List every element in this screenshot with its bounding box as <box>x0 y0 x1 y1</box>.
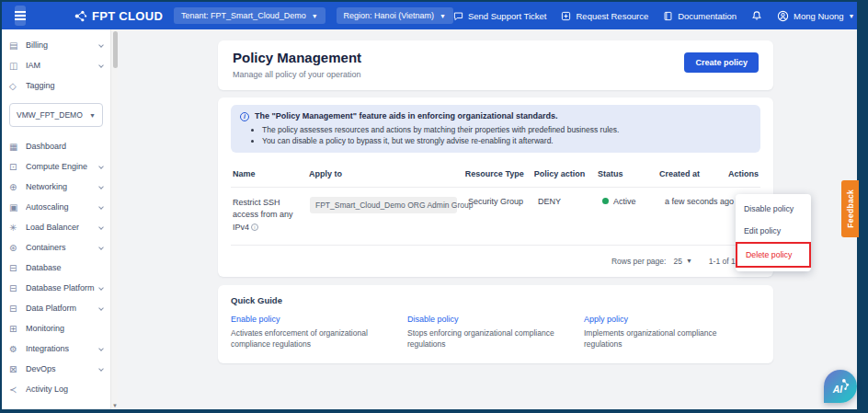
sidebar-item-containers[interactable]: ⊛Containers <box>2 237 110 258</box>
chevron-down-icon <box>98 224 104 230</box>
containers-icon: ⊛ <box>9 243 22 253</box>
enable-policy-link[interactable]: Enable policy <box>231 315 393 324</box>
database-icon: ⊟ <box>9 263 22 273</box>
policy-table-card: i The "Policy Management" feature aids i… <box>218 98 773 277</box>
documentation-book-icon <box>663 11 673 21</box>
column-header-name: Name <box>233 169 309 178</box>
column-header-actions: Actions <box>728 169 759 178</box>
networking-icon: ⊕ <box>9 182 22 192</box>
feedback-tab-label: Feedback <box>846 189 855 228</box>
status-cell: Active <box>602 197 665 206</box>
chevron-down-icon: ▼ <box>312 13 318 19</box>
sidebar-item-activity-log[interactable]: ≺Activity Log <box>2 379 110 399</box>
create-policy-button[interactable]: Create policy <box>684 52 759 73</box>
guide-entry-enable: Enable policy Activates enforcement of o… <box>231 315 407 350</box>
page-subtitle: Manage all policy of your operation <box>233 70 361 79</box>
request-resource-link[interactable]: Request Resource <box>561 11 648 21</box>
column-header-resource-type: Resource Type <box>465 169 534 178</box>
ai-molecule-icon: AI <box>830 376 851 396</box>
support-chat-icon <box>453 11 463 21</box>
region-label: Region: Hanoi (Vietnam) <box>344 11 434 20</box>
guide-entry-apply: Apply policy Implements organizational c… <box>584 315 760 350</box>
molecule-logo-icon <box>74 9 87 23</box>
menu-item-disable-policy[interactable]: Disable policy <box>736 198 811 220</box>
data-platform-icon: ⊟ <box>9 304 22 314</box>
sidebar-item-data-platform[interactable]: ⊟Data Platform <box>2 298 110 318</box>
feedback-tab[interactable]: Feedback <box>841 180 859 237</box>
chevron-down-icon <box>98 305 104 311</box>
sidebar-item-database-platform[interactable]: ⊟Database Platform <box>2 278 110 298</box>
policy-name-cell: Restrict SSH access from any IPv4i <box>233 197 310 235</box>
chevron-down-icon: ▼ <box>89 112 96 119</box>
logo-text: FPT CLOUD <box>92 9 163 23</box>
sidebar-scrollbar[interactable]: ▼ <box>110 29 118 409</box>
autoscaling-icon: ▣ <box>9 202 22 212</box>
sidebar-item-networking[interactable]: ⊕Networking <box>2 177 110 197</box>
chevron-down-icon: ▼ <box>440 13 446 19</box>
hamburger-menu-icon[interactable] <box>15 6 26 26</box>
sidebar: ▤Billing ◫IAM ◇Tagging VMW_FPT_DEMO ▼ ▦D… <box>2 29 110 409</box>
group-chip: FPT_Smart_Cloud_Demo ORG Admin Group <box>310 197 457 213</box>
sidebar-item-tagging[interactable]: ◇Tagging <box>2 75 110 96</box>
activity-log-icon: ≺ <box>9 384 22 395</box>
page-header-card: Policy Management Manage all policy of y… <box>218 40 773 90</box>
disable-policy-link[interactable]: Disable policy <box>407 315 569 324</box>
menu-item-edit-policy[interactable]: Edit policy <box>736 220 811 242</box>
notification-bell-icon[interactable] <box>751 10 762 21</box>
column-header-status: Status <box>598 169 659 178</box>
tag-icon: ◇ <box>9 81 22 91</box>
menu-item-delete-policy[interactable]: Delete policy <box>737 244 809 266</box>
pagination: Rows per page: 25 ▼ 1-1 of 1 ‹ <box>231 246 760 277</box>
sidebar-item-devops[interactable]: ⊠DevOps <box>2 359 110 379</box>
sidebar-item-monitoring[interactable]: ⊞Monitoring <box>2 318 110 338</box>
billing-icon: ▤ <box>9 40 22 51</box>
apply-to-cell: FPT_Smart_Cloud_Demo ORG Admin Group <box>310 197 468 213</box>
chevron-down-icon <box>98 42 104 48</box>
rows-per-page-select[interactable]: 25 ▼ <box>673 257 691 266</box>
user-name-label: Mong Nuong <box>794 11 843 21</box>
status-badge: Active <box>613 197 636 206</box>
devops-icon: ⊠ <box>9 364 22 374</box>
table-header-row: Name Apply to Resource Type Policy actio… <box>231 162 760 188</box>
info-icon[interactable]: i <box>251 224 258 231</box>
chevron-down-icon <box>98 63 104 68</box>
sidebar-item-compute-engine[interactable]: ⊡Compute Engine <box>2 156 110 177</box>
row-actions-context-menu: Disable policy Edit policy Delete policy <box>736 194 811 271</box>
svg-text:AI: AI <box>832 384 844 395</box>
sidebar-item-database[interactable]: ⊟Database <box>2 258 110 278</box>
page-title: Policy Management <box>233 50 361 65</box>
ai-assistant-button[interactable]: AI <box>824 370 857 403</box>
resource-type-cell: Security Group <box>468 197 538 206</box>
region-selector[interactable]: Region: Hanoi (Vietnam) ▼ <box>337 7 453 24</box>
chevron-down-icon <box>98 204 104 210</box>
sidebar-item-billing[interactable]: ▤Billing <box>2 35 110 55</box>
sidebar-item-iam[interactable]: ◫IAM <box>2 55 110 75</box>
pagination-range: 1-1 of 1 <box>709 257 736 266</box>
table-row[interactable]: Restrict SSH access from any IPv4i FPT_S… <box>231 188 760 247</box>
compute-engine-icon: ⊡ <box>9 162 22 172</box>
sidebar-item-integrations[interactable]: ⚙Integrations <box>2 338 110 359</box>
info-bullet: You can disable a policy to bypass it, b… <box>262 136 751 145</box>
sidebar-item-load-balancer[interactable]: ✳Load Balancer <box>2 217 110 237</box>
user-menu[interactable]: Mong Nuong ▼ <box>777 10 854 22</box>
app-window: FPT CLOUD Tenant: FPT_Smart_Cloud_Demo ▼… <box>2 2 857 409</box>
send-support-ticket-link[interactable]: Send Support Ticket <box>453 11 547 21</box>
documentation-link[interactable]: Documentation <box>663 11 737 21</box>
sidebar-item-dashboard[interactable]: ▦Dashboard <box>2 136 110 156</box>
info-icon: i <box>240 112 249 121</box>
chevron-down-icon <box>98 184 104 189</box>
chevron-down-icon <box>98 346 104 351</box>
apply-policy-link[interactable]: Apply policy <box>584 315 746 324</box>
project-selector[interactable]: VMW_FPT_DEMO ▼ <box>9 103 103 127</box>
chevron-down-icon: ▼ <box>686 258 692 264</box>
chevron-down-icon <box>98 245 104 250</box>
rows-per-page-label: Rows per page: <box>611 257 667 266</box>
red-highlight-annotation: Delete policy <box>736 242 811 268</box>
tenant-selector[interactable]: Tenant: FPT_Smart_Cloud_Demo ▼ <box>174 7 326 24</box>
sidebar-item-autoscaling[interactable]: ▣Autoscaling <box>2 197 110 217</box>
load-balancer-icon: ✳ <box>9 223 22 233</box>
disable-policy-description: Stops enforcing organizational complianc… <box>407 327 569 350</box>
chevron-down-icon: ▼ <box>848 13 854 19</box>
scrollbar-thumb[interactable] <box>113 31 118 68</box>
status-active-dot <box>602 198 609 204</box>
